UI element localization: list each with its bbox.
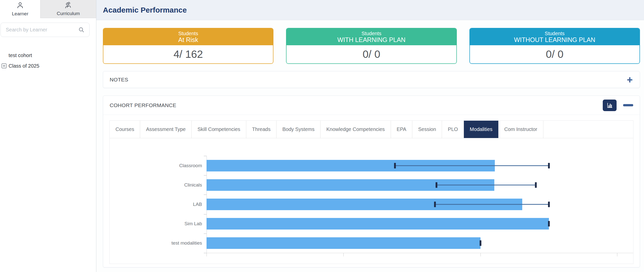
category-label: LAB (110, 195, 202, 214)
whisker-cap (535, 182, 537, 188)
sidebar-item-class-of-2025[interactable]: Class of 2025 (0, 61, 96, 71)
search-input[interactable] (6, 27, 78, 33)
notes-title: NOTES (110, 77, 128, 83)
page-title: Academic Performance (103, 6, 187, 14)
sidebar-tabs: Learner Curriculum (0, 0, 96, 18)
cohort-performance-panel: COHORT PERFORMANCE (103, 96, 640, 267)
whisker-cap (548, 221, 550, 226)
chart-type-button[interactable] (603, 100, 617, 111)
stat-cards: StudentsAt Risk4/ 162StudentsWITH LEARNI… (103, 28, 640, 64)
y-axis-tick (204, 214, 207, 214)
category-label: Classroom (110, 156, 202, 175)
stat-card-line1: Students (103, 31, 273, 36)
plus-icon[interactable]: + (627, 75, 633, 85)
bar-row-clinicals (207, 175, 633, 195)
x-axis-tick (207, 253, 207, 256)
x-axis-tick (343, 253, 344, 256)
whisker-line (395, 165, 549, 166)
chart-tab-com-instructor[interactable]: Com Instructor (498, 121, 543, 138)
x-axis-line (207, 253, 633, 253)
stat-card-line1: Students (287, 31, 456, 36)
bar-row-sim-lab (207, 214, 633, 234)
stat-card-line2: WITH LEARNING PLAN (287, 37, 456, 43)
cohort-header: COHORT PERFORMANCE (103, 96, 640, 115)
stat-card-value: 0/ 0 (470, 45, 639, 63)
tab-learner[interactable]: Learner (0, 0, 40, 18)
bar-row-test-modalities (207, 234, 633, 253)
whisker-cap (436, 182, 437, 188)
y-axis-tick (204, 195, 207, 195)
category-labels: ClassroomClinicalsLABSim Labtest modalit… (110, 156, 202, 253)
bar[interactable] (207, 218, 549, 230)
category-label: Sim Lab (110, 214, 202, 234)
stat-card-header: StudentsWITHOUT LEARNING PLAN (470, 28, 639, 45)
minus-icon[interactable] (623, 104, 633, 106)
y-axis-tick (204, 156, 207, 156)
stat-card-with-learning-plan: StudentsWITH LEARNING PLAN0/ 0 (286, 28, 457, 64)
x-axis-tick (480, 253, 481, 256)
whisker-cap (394, 163, 396, 168)
stat-card-at-risk: StudentsAt Risk4/ 162 (103, 28, 273, 64)
category-label: test modalities (110, 234, 202, 253)
main-area: Academic Performance StudentsAt Risk4/ 1… (96, 0, 644, 272)
chart-tab-modalities[interactable]: Modalities (464, 121, 498, 138)
stat-card-line2: At Risk (103, 37, 273, 43)
bar-row-lab (207, 195, 633, 214)
cohort-title: COHORT PERFORMANCE (110, 102, 176, 108)
tab-curriculum-label: Curriculum (57, 11, 80, 16)
stat-card-line1: Students (470, 31, 639, 36)
search-icon[interactable] (78, 27, 85, 33)
chart-tab-knowledge-competencies[interactable]: Knowledge Competencies (320, 121, 391, 138)
cohort-tree: test cohortClass of 2025 (0, 50, 96, 71)
whisker-line (435, 204, 549, 205)
whisker-cap (434, 202, 436, 207)
sidebar-item-label: test cohort (9, 53, 32, 58)
sidebar-item-test-cohort[interactable]: test cohort (0, 50, 96, 61)
y-axis-tick (204, 175, 207, 175)
stat-card-value: 4/ 162 (103, 45, 273, 63)
whisker-cap (548, 202, 550, 207)
whisker-line (436, 185, 536, 185)
tab-learner-label: Learner (12, 11, 28, 17)
stat-card-line2: WITHOUT LEARNING PLAN (470, 37, 639, 43)
stat-card-header: StudentsAt Risk (103, 28, 273, 45)
page-header: Academic Performance (96, 0, 644, 20)
whisker-cap (548, 163, 550, 168)
x-axis-tick (617, 253, 617, 256)
stat-card-value: 0/ 0 (287, 45, 456, 63)
whisker-cap (479, 240, 481, 246)
bar-chart: ClassroomClinicalsLABSim Labtest modalit… (110, 138, 633, 264)
people-icon (65, 2, 72, 10)
chart-tab-skill-competencies[interactable]: Skill Competencies (192, 121, 246, 138)
chart-tab-assessment-type[interactable]: Assessment Type (140, 121, 191, 138)
content: StudentsAt Risk4/ 162StudentsWITH LEARNI… (96, 20, 644, 267)
notes-panel: NOTES + (103, 71, 640, 88)
chart-tab-plo[interactable]: PLO (442, 121, 464, 138)
person-icon (17, 2, 24, 10)
sidebar: Learner Curriculum test cohortClass of 2… (0, 0, 96, 272)
y-axis-tick (204, 234, 207, 234)
chart-tabs: CoursesAssessment TypeSkill Competencies… (110, 121, 633, 138)
bar-row-classroom (207, 156, 633, 175)
chart-tab-session[interactable]: Session (412, 121, 442, 138)
chart-tab-body-systems[interactable]: Body Systems (276, 121, 320, 138)
chart-tab-threads[interactable]: Threads (246, 121, 276, 138)
chart-tab-courses[interactable]: Courses (110, 121, 140, 138)
bar-chart-icon (607, 102, 613, 108)
chart-tab-epa[interactable]: EPA (391, 121, 413, 138)
cohort-actions (603, 100, 633, 111)
chart-box: CoursesAssessment TypeSkill Competencies… (109, 120, 633, 264)
y-axis-tick (204, 253, 207, 253)
stat-card-header: StudentsWITH LEARNING PLAN (287, 28, 456, 45)
tab-curriculum[interactable]: Curriculum (40, 0, 96, 18)
bar[interactable] (207, 237, 480, 249)
sidebar-item-label: Class of 2025 (9, 63, 39, 69)
category-label: Clinicals (110, 175, 202, 195)
stat-card-without-learning-plan: StudentsWITHOUT LEARNING PLAN0/ 0 (469, 28, 640, 64)
learner-search (1, 23, 90, 37)
plus-square-icon[interactable] (1, 63, 7, 69)
